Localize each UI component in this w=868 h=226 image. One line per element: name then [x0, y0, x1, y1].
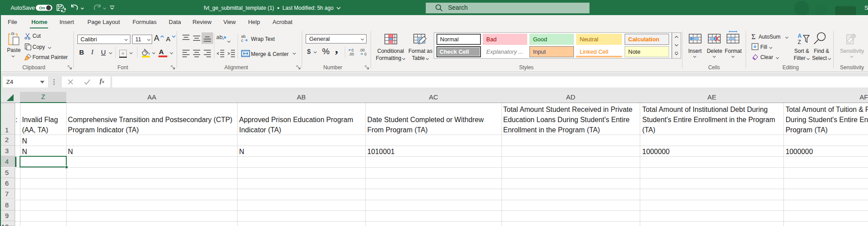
svg-text:Z: Z [798, 39, 801, 45]
svg-text:c: c [241, 38, 243, 43]
svg-text:ab: ab [216, 34, 222, 40]
svg-text:0: 0 [364, 52, 367, 56]
svg-text:On: On [39, 5, 45, 10]
svg-text:A: A [798, 33, 802, 39]
svg-text:.00: .00 [349, 52, 354, 56]
